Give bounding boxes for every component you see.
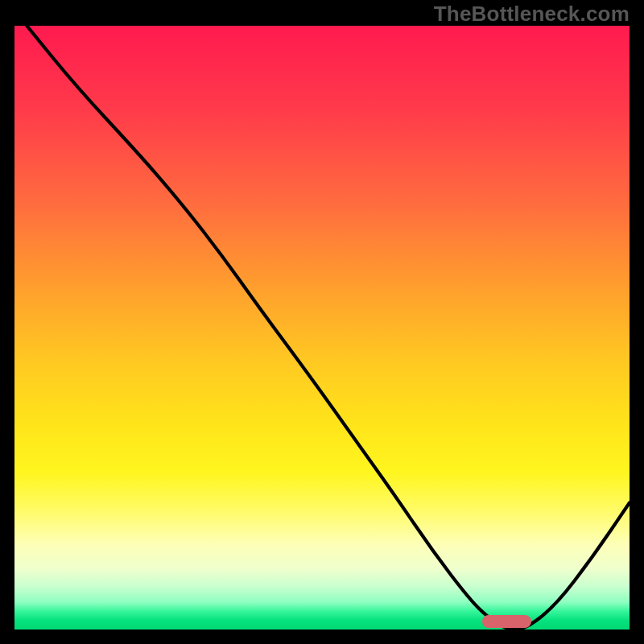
plot-area [14,26,630,630]
chart-frame: TheBottleneck.com [0,0,644,644]
attribution-text: TheBottleneck.com [434,2,630,27]
curve-path [27,26,630,630]
optimal-marker [482,615,531,628]
bottleneck-curve [14,26,630,630]
